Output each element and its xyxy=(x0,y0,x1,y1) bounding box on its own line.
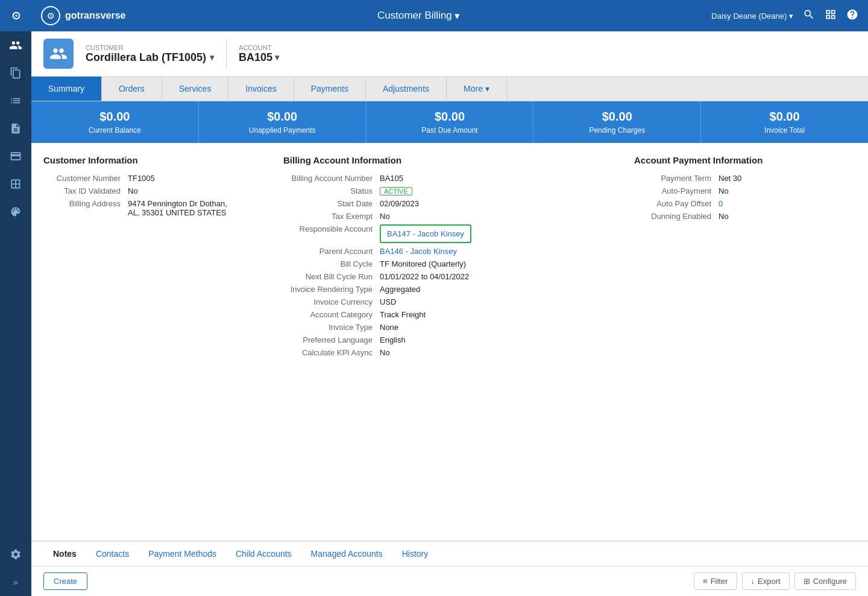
bottom-tab-notes[interactable]: Notes xyxy=(43,542,86,567)
info-auto-pay-offset-key: Auto Pay Offset xyxy=(634,199,719,208)
info-account-category-key: Account Category xyxy=(283,310,380,319)
info-status: Status ACTIVE xyxy=(283,186,616,195)
brand-name: gotransverse xyxy=(65,10,126,21)
info-payment-term-key: Payment Term xyxy=(634,174,719,183)
info-parent-account-value[interactable]: BA146 - Jacob Kinsey xyxy=(380,247,457,256)
configure-label: Configure xyxy=(813,577,847,586)
info-start-date: Start Date 02/09/2023 xyxy=(283,199,616,208)
info-auto-pay-offset-value[interactable]: 0 xyxy=(719,199,723,208)
search-icon[interactable] xyxy=(803,8,815,24)
info-dunning-enabled: Dunning Enabled No xyxy=(634,212,856,221)
main-area: ⊙ gotransverse Customer Billing ▾ Daisy … xyxy=(31,0,868,596)
page-title-text: Customer Billing xyxy=(377,10,452,22)
sidebar-icon-users[interactable] xyxy=(0,31,31,59)
bottom-tab-child-accounts[interactable]: Child Accounts xyxy=(226,542,301,567)
sidebar-icon-table[interactable] xyxy=(0,170,31,198)
customer-name: Cordillera Lab (TF1005) ▾ xyxy=(86,51,214,64)
bottom-tab-history[interactable]: History xyxy=(392,542,438,567)
info-tax-exempt: Tax Exempt No xyxy=(283,212,616,221)
configure-icon: ⊞ xyxy=(804,577,810,586)
content-area: CUSTOMER Cordillera Lab (TF1005) ▾ ACCOU… xyxy=(31,31,868,596)
bottom-tabs: Notes Contacts Payment Methods Child Acc… xyxy=(31,542,868,566)
info-tax-id-key: Tax ID Validated xyxy=(43,186,128,195)
filter-button[interactable]: ≡ Filter xyxy=(694,572,737,590)
filter-icon: ≡ xyxy=(703,577,708,586)
info-start-date-value: 02/09/2023 xyxy=(380,199,419,208)
info-invoice-currency: Invoice Currency USD xyxy=(283,297,616,306)
info-dunning-enabled-value: No xyxy=(719,212,729,221)
toolbar-right: ≡ Filter ↓ Export ⊞ Configure xyxy=(694,572,856,590)
account-dropdown-arrow[interactable]: ▾ xyxy=(275,52,279,62)
sidebar-icon-palette[interactable] xyxy=(0,198,31,226)
info-preferred-language-key: Preferred Language xyxy=(283,335,380,344)
bottom-tab-payment-methods[interactable]: Payment Methods xyxy=(139,542,226,567)
tab-services[interactable]: Services xyxy=(162,77,229,101)
info-responsible-account-value[interactable]: BA147 - Jacob Kinsey xyxy=(380,224,471,243)
sidebar-icon-expand[interactable]: » xyxy=(0,568,31,596)
create-button[interactable]: Create xyxy=(43,572,87,590)
tab-invoices[interactable]: Invoices xyxy=(228,77,294,101)
user-menu[interactable]: Daisy Deane (Deane) ▾ xyxy=(711,11,793,21)
info-invoice-type-value: None xyxy=(380,323,398,332)
stat-current-balance: $0.00 Current Balance xyxy=(31,101,199,143)
sidebar: ⊙ » xyxy=(0,0,31,596)
info-calculate-kpi-key: Calculate KPI Async xyxy=(283,348,380,357)
configure-button[interactable]: ⊞ Configure xyxy=(794,572,856,590)
info-bill-cycle: Bill Cycle TF Monitored (Quarterly) xyxy=(283,259,616,268)
bottom-tab-contacts[interactable]: Contacts xyxy=(86,542,139,567)
stat-invoice-total-amount: $0.00 xyxy=(707,110,862,124)
info-preferred-language: Preferred Language English xyxy=(283,335,616,344)
tab-summary[interactable]: Summary xyxy=(31,77,102,101)
tab-more[interactable]: More ▾ xyxy=(447,77,507,101)
stat-pending-charges-amount: $0.00 xyxy=(539,110,694,124)
bottom-tabs-container: Notes Contacts Payment Methods Child Acc… xyxy=(31,541,868,566)
info-status-key: Status xyxy=(283,186,380,195)
sidebar-icon-document[interactable] xyxy=(0,115,31,142)
tab-adjustments[interactable]: Adjustments xyxy=(366,77,447,101)
customer-header: CUSTOMER Cordillera Lab (TF1005) ▾ ACCOU… xyxy=(31,31,868,77)
header-divider xyxy=(226,39,227,69)
info-account-category: Account Category Track Freight xyxy=(283,310,616,319)
export-icon: ↓ xyxy=(751,577,755,586)
info-billing-address: Billing Address 9474 Pennington Dr Dotha… xyxy=(43,199,265,217)
sidebar-icon-copy[interactable] xyxy=(0,59,31,87)
help-icon[interactable] xyxy=(846,8,858,24)
responsible-account-box[interactable]: BA147 - Jacob Kinsey xyxy=(380,224,471,243)
tab-orders[interactable]: Orders xyxy=(102,77,162,101)
tab-payments[interactable]: Payments xyxy=(294,77,366,101)
info-auto-payment-key: Auto-Payment xyxy=(634,186,719,195)
info-bill-cycle-key: Bill Cycle xyxy=(283,259,380,268)
status-badge: ACTIVE xyxy=(380,187,412,195)
page-title-arrow[interactable]: ▾ xyxy=(454,10,460,22)
account-name: BA105 ▾ xyxy=(239,51,279,64)
user-name: Daisy Deane (Deane) xyxy=(711,11,787,21)
info-billing-address-value: 9474 Pennington Dr Dothan,AL, 35301 UNIT… xyxy=(128,199,227,217)
info-auto-payment: Auto-Payment No xyxy=(634,186,856,195)
stat-pending-charges-label: Pending Charges xyxy=(539,126,694,135)
stat-past-due-label: Past Due Amount xyxy=(373,126,527,135)
info-tax-id: Tax ID Validated No xyxy=(43,186,265,195)
info-payment-term: Payment Term Net 30 xyxy=(634,174,856,183)
info-tax-exempt-value: No xyxy=(380,212,390,221)
customer-information-title: Customer Information xyxy=(43,155,265,165)
sidebar-icon-card[interactable] xyxy=(0,142,31,170)
export-button[interactable]: ↓ Export xyxy=(742,572,790,590)
brand: ⊙ gotransverse xyxy=(41,6,126,25)
customer-info-block: CUSTOMER Cordillera Lab (TF1005) ▾ xyxy=(86,44,214,64)
grid-icon[interactable] xyxy=(825,8,837,24)
sidebar-icon-list[interactable] xyxy=(0,87,31,115)
bottom-tab-managed-accounts[interactable]: Managed Accounts xyxy=(301,542,392,567)
info-next-bill-cycle-key: Next Bill Cycle Run xyxy=(283,272,380,281)
info-calculate-kpi: Calculate KPI Async No xyxy=(283,348,616,357)
customer-dropdown-arrow[interactable]: ▾ xyxy=(210,52,214,62)
info-dunning-enabled-key: Dunning Enabled xyxy=(634,212,719,221)
info-invoice-rendering: Invoice Rendering Type Aggregated xyxy=(283,285,616,294)
sidebar-icon-gear[interactable] xyxy=(0,541,31,568)
info-auto-pay-offset: Auto Pay Offset 0 xyxy=(634,199,856,208)
top-navbar: ⊙ gotransverse Customer Billing ▾ Daisy … xyxy=(31,0,868,31)
info-invoice-rendering-key: Invoice Rendering Type xyxy=(283,285,380,294)
info-billing-account-number: Billing Account Number BA105 xyxy=(283,174,616,183)
info-account-category-value: Track Freight xyxy=(380,310,426,319)
info-next-bill-cycle: Next Bill Cycle Run 01/01/2022 to 04/01/… xyxy=(283,272,616,281)
customer-name-text: Cordillera Lab (TF1005) xyxy=(86,51,206,64)
